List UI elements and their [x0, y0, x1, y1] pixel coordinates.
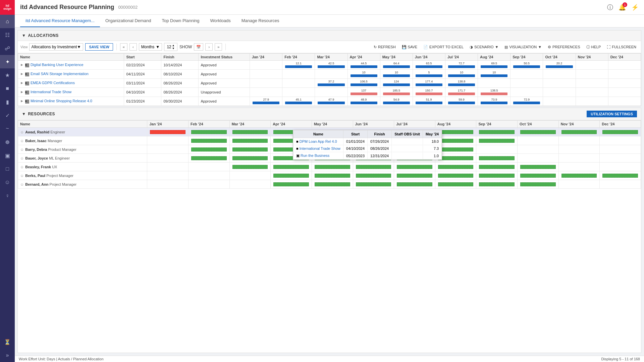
res-month-cell [558, 163, 600, 171]
collapse-icon[interactable]: ► [20, 99, 24, 103]
sidebar-item-star[interactable]: ★ [0, 68, 15, 82]
res-month-cell [518, 163, 559, 171]
fullscreen-button[interactable]: ⛶ FULLSCREEN [605, 44, 638, 50]
res-bar-green [438, 156, 474, 160]
alloc-month-cell: 42.5 [315, 61, 347, 70]
tooltip-project-link[interactable]: DPM Loan App Rel 4.0 [300, 139, 337, 143]
save-button[interactable]: 💾 SAVE [400, 44, 420, 50]
res-month-cell [229, 171, 271, 180]
sidebar-item-person2[interactable]: ♀ [0, 189, 15, 202]
months-count-input[interactable]: 12 ▲ ▼ [164, 43, 177, 51]
sidebar-item-grid[interactable]: ☷ [0, 28, 15, 42]
tooltip-project-link[interactable]: International Trade Show [300, 146, 340, 150]
alloc-month-cell [250, 70, 282, 79]
gantt-bar [481, 93, 507, 95]
scenario-label: SCENARIO [474, 45, 493, 49]
sidebar-item-barchart[interactable]: ▮ [0, 95, 15, 109]
months-up-arrow[interactable]: ▲ [172, 44, 175, 47]
col-oct24: Oct '24 [543, 54, 576, 61]
view-select[interactable]: Allocations by Investment ▼ [29, 43, 84, 51]
nav-last-button[interactable]: » [215, 43, 222, 51]
res-bar-green [397, 182, 432, 186]
tab-manage-resources[interactable]: Manage Resources [236, 15, 285, 27]
project-link[interactable]: Email SAN Storage Implementation [31, 72, 89, 76]
sidebar-item-clock[interactable]: ⏳ [0, 335, 15, 349]
alloc-row-finish: 08/26/2024 [161, 79, 199, 88]
project-link[interactable]: Minimal Online Shopping Release 4.0 [31, 99, 92, 103]
tab-org-demand[interactable]: Organizational Demand [100, 15, 157, 27]
cell-value: 47.9 [317, 98, 345, 101]
save-view-button[interactable]: SAVE VIEW [85, 43, 113, 51]
refresh-button[interactable]: ↻ REFRESH [372, 44, 398, 50]
table-row: ☺Bernard, Ann Project Manager [18, 180, 641, 189]
col-status: Investment Status [199, 54, 250, 61]
allocations-toggle[interactable]: ▼ [22, 33, 26, 38]
alloc-month-cell [576, 79, 608, 88]
res-month-cell [558, 145, 600, 154]
res-month-cell [312, 163, 353, 171]
cell-value: 54.9 [382, 98, 411, 101]
alloc-month-cell [282, 88, 315, 97]
res-bar-green [315, 174, 350, 178]
preferences-button[interactable]: ⚙ PREFERENCES [546, 44, 582, 50]
visualization-button[interactable]: ▤ VISUALIZATION ▼ [502, 44, 544, 50]
help-icon[interactable]: ⓘ [607, 3, 613, 11]
app-logo[interactable]: itdesign [0, 0, 15, 15]
cell-value: 42.5 [317, 62, 345, 65]
collapse-icon[interactable]: ► [20, 72, 24, 76]
cell-value: 73.9 [480, 98, 508, 101]
nav-first-button[interactable]: « [120, 43, 127, 51]
bell-icon[interactable]: 🔔 1 [619, 4, 626, 11]
project-link[interactable]: Digital Banking User Experience [31, 63, 84, 67]
res-month-cell [189, 154, 230, 163]
alloc-month-cell [608, 70, 641, 79]
months-down-arrow[interactable]: ▼ [172, 47, 175, 50]
cell-value: 45.1 [284, 98, 313, 101]
tab-workloads[interactable]: Workloads [205, 15, 236, 27]
export-excel-button[interactable]: 📄 EXPORT TO EXCEL [421, 44, 466, 50]
sidebar-item-wave[interactable]: ~ [0, 122, 15, 135]
sidebar-item-chart[interactable]: ☍ [0, 42, 15, 55]
scenario-button[interactable]: ◑ SCENARIO ▼ [468, 44, 500, 50]
person-icon: ☺ [20, 182, 24, 186]
collapse-icon[interactable]: ► [20, 90, 24, 94]
sidebar-item-person[interactable]: ☺ [0, 176, 15, 189]
gantt-bar [416, 74, 442, 77]
tooltip-project-link[interactable]: Run the Business [301, 154, 329, 158]
sidebar-item-people[interactable]: ☸ [0, 135, 15, 149]
sidebar-item-planning[interactable]: ✦ [0, 55, 15, 68]
res-month-cell [394, 163, 435, 171]
utilization-settings-button[interactable]: UTILIZATION SETTINGS [587, 111, 637, 117]
sidebar-item-check[interactable]: ✓ [0, 109, 15, 122]
months-select[interactable]: Months ▼ [139, 43, 162, 51]
resources-toggle[interactable]: ▼ [22, 112, 26, 116]
alloc-row-start: 04/11/2024 [124, 70, 161, 79]
toolbar-right: ↻ REFRESH 💾 SAVE 📄 EXPORT TO EXCEL ◑ SCE… [372, 44, 638, 51]
collapse-icon[interactable]: ► [20, 63, 24, 67]
project-link[interactable]: International Trade Show [31, 90, 71, 94]
alloc-month-cell: 72.7 [445, 61, 478, 70]
topbar-title-group: itd Advanced Resource Planning 00000002 [20, 4, 138, 11]
help-btn[interactable]: ⓘ HELP [584, 44, 603, 51]
sidebar-item-eye[interactable]: ■ [0, 82, 15, 95]
nav-prev-button[interactable]: ‹ [129, 43, 137, 51]
sidebar-item-display[interactable]: ▣ [0, 149, 15, 162]
nav-next-button[interactable]: › [205, 43, 213, 51]
res-month-cell [229, 145, 271, 154]
tab-resource-management[interactable]: itd Advanced Resource Managem... [20, 15, 100, 27]
project-link[interactable]: EMEA GDPR Certifications [31, 81, 75, 85]
alloc-row-name: ►■Email SAN Storage Implementation [18, 70, 124, 79]
lightning-icon[interactable]: ⚡ [631, 4, 639, 11]
alloc-row-finish: 09/30/2024 [161, 97, 199, 106]
sidebar-item-home[interactable]: ⌂ [0, 15, 15, 28]
table-row: ►■Email SAN Storage Implementation04/11/… [18, 70, 641, 79]
gantt-bar [481, 65, 507, 68]
cell-value: 50.5 [513, 62, 541, 65]
sidebar-item-expand[interactable]: » [0, 349, 15, 362]
tab-top-down[interactable]: Top Down Planning [157, 15, 205, 27]
gantt-bar [285, 102, 312, 104]
collapse-icon[interactable]: ► [20, 81, 24, 85]
allocations-table: Name Start Finish Investment Status Jan … [18, 53, 641, 106]
sidebar-item-book[interactable]: □ [0, 162, 15, 176]
calendar-icon-btn[interactable]: 📅 [194, 43, 203, 51]
